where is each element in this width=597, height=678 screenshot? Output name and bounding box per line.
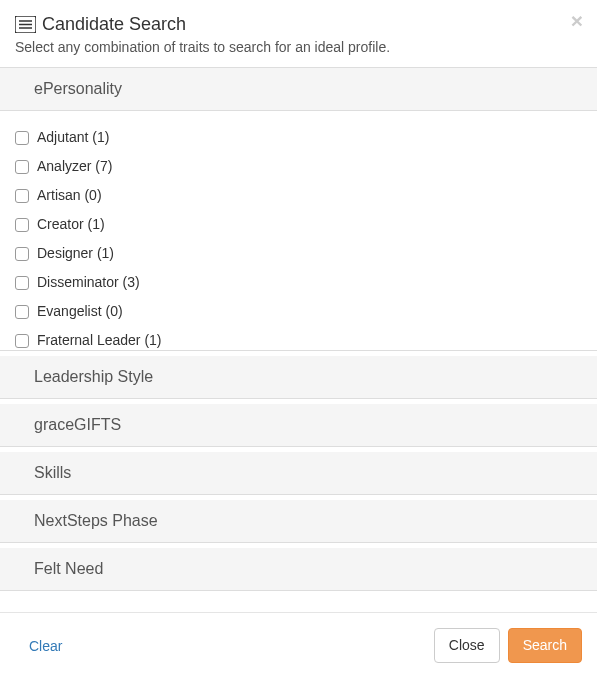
modal-footer: Clear Close Search (0, 612, 597, 678)
checkbox[interactable] (15, 218, 29, 232)
accordion-header-epersonality[interactable]: ePersonality (0, 68, 597, 111)
checkbox[interactable] (15, 305, 29, 319)
trait-label: Disseminator (3) (37, 272, 140, 293)
trait-label: Designer (1) (37, 243, 114, 264)
clear-link[interactable]: Clear (29, 638, 62, 654)
accordion-header-nextsteps-phase[interactable]: NextSteps Phase (0, 500, 597, 543)
close-icon[interactable]: × (571, 10, 583, 31)
trait-label: Fraternal Leader (1) (37, 330, 162, 351)
trait-item[interactable]: Artisan (0) (15, 181, 582, 210)
accordion-label: graceGIFTS (34, 416, 121, 433)
accordion-label: ePersonality (34, 80, 122, 97)
checkbox[interactable] (15, 189, 29, 203)
trait-item[interactable]: Adjutant (1) (15, 123, 582, 152)
trait-label: Creator (1) (37, 214, 105, 235)
accordion-label: NextSteps Phase (34, 512, 158, 529)
modal-header: Candidate Search Select any combination … (0, 0, 597, 67)
accordion-label: Skills (34, 464, 71, 481)
accordion-body-epersonality: Adjutant (1)Analyzer (7)Artisan (0)Creat… (0, 111, 597, 351)
trait-item[interactable]: Disseminator (3) (15, 268, 582, 297)
modal-title: Candidate Search (42, 14, 186, 35)
trait-item[interactable]: Fraternal Leader (1) (15, 326, 582, 351)
trait-item[interactable]: Creator (1) (15, 210, 582, 239)
checkbox[interactable] (15, 247, 29, 261)
trait-label: Adjutant (1) (37, 127, 109, 148)
checkbox[interactable] (15, 334, 29, 348)
checkbox[interactable] (15, 276, 29, 290)
accordion-label: Felt Need (34, 560, 103, 577)
trait-item[interactable]: Evangelist (0) (15, 297, 582, 326)
accordion-label: Leadership Style (34, 368, 153, 385)
checkbox[interactable] (15, 131, 29, 145)
list-icon (15, 16, 36, 33)
trait-item[interactable]: Analyzer (7) (15, 152, 582, 181)
accordion-header-skills[interactable]: Skills (0, 452, 597, 495)
trait-label: Artisan (0) (37, 185, 102, 206)
accordion: ePersonality Adjutant (1)Analyzer (7)Art… (0, 67, 597, 591)
search-button[interactable]: Search (508, 628, 582, 663)
modal-subtitle: Select any combination of traits to sear… (15, 39, 582, 55)
close-button[interactable]: Close (434, 628, 500, 663)
accordion-header-gracegifts[interactable]: graceGIFTS (0, 404, 597, 447)
accordion-header-leadership-style[interactable]: Leadership Style (0, 356, 597, 399)
trait-label: Analyzer (7) (37, 156, 112, 177)
accordion-header-felt-need[interactable]: Felt Need (0, 548, 597, 591)
trait-label: Evangelist (0) (37, 301, 123, 322)
checkbox[interactable] (15, 160, 29, 174)
trait-item[interactable]: Designer (1) (15, 239, 582, 268)
